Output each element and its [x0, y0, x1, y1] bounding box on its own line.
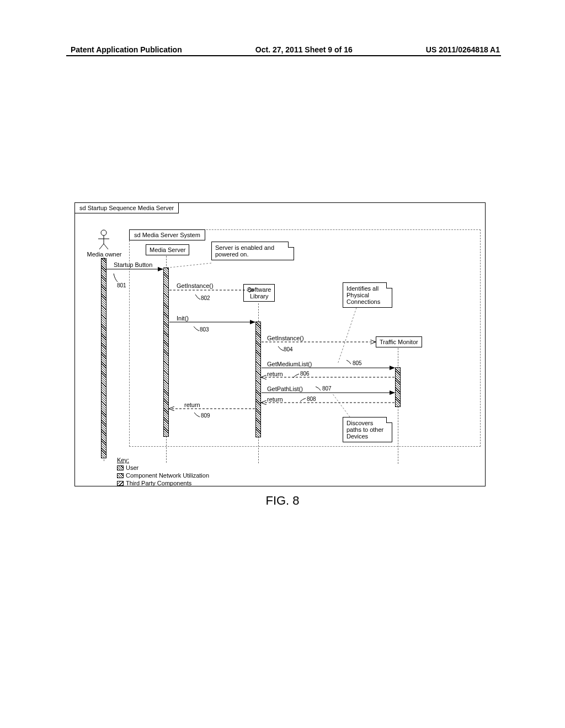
- msg-return-808: return: [267, 396, 283, 403]
- outer-frame-label: sd Startup Sequence Media Server: [79, 205, 174, 211]
- header-left: Patent Application Publication: [71, 45, 182, 54]
- activation-server: [163, 267, 169, 437]
- legend-row-user: User: [117, 464, 209, 471]
- note-discovers-paths: Discovers paths to other Devices: [343, 417, 392, 442]
- lifeline-traffic-monitor: Traffic Monitor: [376, 336, 422, 347]
- note-identifies-connections: Identifies all Physical Connections: [343, 282, 392, 308]
- msg-getinstance-1: GetInstance(): [177, 282, 214, 289]
- svg-line-3: [99, 244, 104, 249]
- inner-frame-label: sd Media Server System: [134, 232, 200, 238]
- ref-809: 809: [201, 413, 210, 419]
- note-server-enabled-text: Server is enabled and powered on.: [215, 244, 274, 258]
- msg-getmediumlist: GetMediumList(): [267, 361, 312, 367]
- legend: Key: User Component Network Utilization …: [117, 457, 209, 486]
- header-right: US 2011/0264818 A1: [426, 45, 500, 54]
- msg-return-809: return: [184, 402, 200, 408]
- note-fold-icon: [386, 417, 392, 423]
- ref-801: 801: [117, 282, 126, 288]
- svg-line-4: [104, 244, 108, 249]
- legend-label-cnu: Component Network Utilization: [126, 472, 209, 479]
- figure-caption: FIG. 8: [0, 494, 565, 508]
- msg-getinstance-2: GetInstance(): [267, 335, 304, 341]
- actor-icon: [97, 229, 110, 250]
- msg-return-806: return: [267, 371, 283, 377]
- ref-803: 803: [200, 326, 209, 333]
- legend-label-third: Third Party Components: [126, 480, 191, 486]
- sequence-frame-outer: sd Startup Sequence Media Server sd Medi…: [74, 202, 486, 486]
- legend-row-cnu: Component Network Utilization: [117, 472, 209, 479]
- legend-swatch-third: [117, 481, 124, 486]
- actor-media-owner-label: Media owner: [85, 251, 124, 258]
- ref-808: 808: [307, 396, 316, 402]
- sequence-frame-inner: sd Media Server System: [129, 229, 481, 447]
- legend-swatch-cnu: [117, 473, 124, 478]
- activation-monitor: [395, 367, 401, 407]
- ref-806: 806: [300, 371, 310, 377]
- note-server-enabled: Server is enabled and powered on.: [211, 242, 294, 260]
- legend-swatch-user: [117, 465, 124, 470]
- ref-804: 804: [284, 346, 293, 352]
- lifeline-software-library: SoftwareLibrary: [243, 284, 275, 302]
- ref-805: 805: [353, 360, 362, 366]
- note-fold-icon: [288, 242, 294, 248]
- note-identifies-connections-text: Identifies all Physical Connections: [347, 285, 380, 305]
- svg-point-0: [101, 230, 106, 235]
- legend-title: Key:: [117, 457, 129, 463]
- msg-getpathlist: GetPathList(): [267, 386, 303, 392]
- ref-802: 802: [201, 295, 210, 301]
- note-fold-icon: [386, 282, 392, 288]
- header-rule: [66, 55, 501, 56]
- msg-init: Init(): [177, 315, 189, 322]
- legend-row-third: Third Party Components: [117, 480, 209, 486]
- header-center: Oct. 27, 2011 Sheet 9 of 16: [255, 45, 353, 54]
- inner-frame-tab: sd Media Server System: [129, 229, 205, 240]
- note-discovers-paths-text: Discovers paths to other Devices: [347, 420, 383, 440]
- activation-owner: [101, 258, 106, 458]
- outer-frame-tab: sd Startup Sequence Media Server: [74, 202, 179, 213]
- legend-label-user: User: [126, 464, 138, 471]
- ref-807: 807: [322, 386, 332, 392]
- activation-library: [255, 322, 261, 437]
- publication-header: Patent Application Publication Oct. 27, …: [0, 45, 565, 54]
- lifeline-media-server: Media Server: [146, 244, 189, 255]
- msg-startup-button: Startup Button: [114, 261, 152, 268]
